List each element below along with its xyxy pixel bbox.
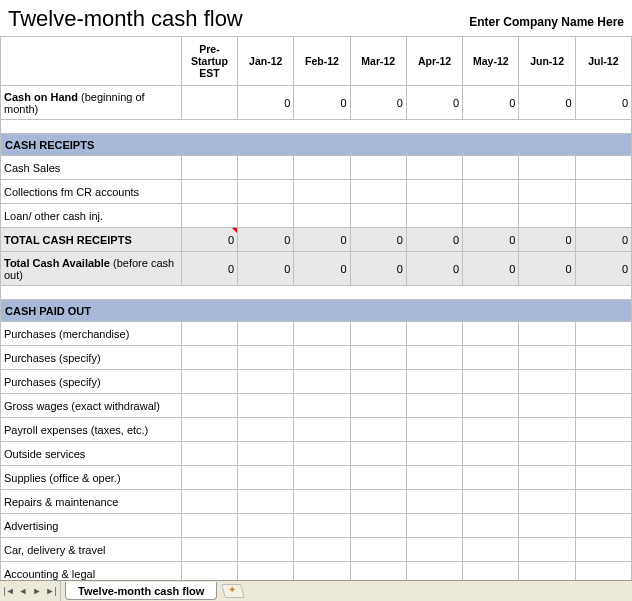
paidout-label[interactable]: Payroll expenses (taxes, etc.) [1, 418, 182, 442]
paidout-value[interactable] [575, 538, 631, 562]
paidout-value[interactable] [294, 418, 350, 442]
paidout-value[interactable] [519, 442, 575, 466]
total-receipts-value[interactable]: 0 [575, 228, 631, 252]
paidout-value[interactable] [406, 418, 462, 442]
paidout-value[interactable] [350, 346, 406, 370]
paidout-value[interactable] [350, 538, 406, 562]
paidout-label[interactable]: Purchases (specify) [1, 346, 182, 370]
receipt-value[interactable] [463, 156, 519, 180]
paidout-value[interactable] [463, 514, 519, 538]
receipt-value[interactable] [181, 180, 237, 204]
paidout-value[interactable] [406, 514, 462, 538]
receipt-value[interactable] [294, 204, 350, 228]
paidout-value[interactable] [238, 466, 294, 490]
paidout-value[interactable] [575, 346, 631, 370]
cash-on-hand-value[interactable]: 0 [463, 86, 519, 120]
paidout-value[interactable] [519, 562, 575, 581]
total-receipts-value[interactable]: 0 [406, 228, 462, 252]
paidout-value[interactable] [519, 514, 575, 538]
total-available-value[interactable]: 0 [294, 252, 350, 286]
receipt-value[interactable] [575, 180, 631, 204]
paidout-value[interactable] [463, 466, 519, 490]
paidout-value[interactable] [238, 322, 294, 346]
paidout-value[interactable] [238, 394, 294, 418]
receipt-value[interactable] [463, 204, 519, 228]
paidout-value[interactable] [294, 442, 350, 466]
paidout-value[interactable] [575, 442, 631, 466]
paidout-value[interactable] [575, 322, 631, 346]
paidout-value[interactable] [181, 322, 237, 346]
paidout-value[interactable] [238, 370, 294, 394]
paidout-value[interactable] [238, 514, 294, 538]
paidout-value[interactable] [294, 346, 350, 370]
paidout-value[interactable] [519, 346, 575, 370]
paidout-value[interactable] [463, 394, 519, 418]
total-available-value[interactable]: 0 [519, 252, 575, 286]
paidout-value[interactable] [238, 418, 294, 442]
total-available-value[interactable]: 0 [238, 252, 294, 286]
col-header[interactable]: Jul-12 [575, 37, 631, 86]
paidout-label[interactable]: Accounting & legal [1, 562, 182, 581]
paidout-value[interactable] [406, 322, 462, 346]
paidout-value[interactable] [238, 562, 294, 581]
receipt-value[interactable] [181, 156, 237, 180]
total-available-value[interactable]: 0 [406, 252, 462, 286]
paidout-value[interactable] [238, 442, 294, 466]
col-header[interactable]: Mar-12 [350, 37, 406, 86]
cash-on-hand-value[interactable]: 0 [238, 86, 294, 120]
total-available-label[interactable]: Total Cash Available (before cash out) [1, 252, 182, 286]
paidout-value[interactable] [350, 490, 406, 514]
paidout-value[interactable] [350, 466, 406, 490]
receipt-value[interactable] [350, 156, 406, 180]
paidout-value[interactable] [463, 562, 519, 581]
paidout-value[interactable] [463, 418, 519, 442]
receipt-value[interactable] [238, 204, 294, 228]
paidout-value[interactable] [406, 442, 462, 466]
total-available-value[interactable]: 0 [181, 252, 237, 286]
paidout-value[interactable] [575, 562, 631, 581]
paidout-value[interactable] [406, 562, 462, 581]
total-receipts-label[interactable]: TOTAL CASH RECEIPTS [1, 228, 182, 252]
total-receipts-value[interactable]: 0 [463, 228, 519, 252]
paidout-label[interactable]: Repairs & maintenance [1, 490, 182, 514]
paidout-value[interactable] [181, 562, 237, 581]
receipt-value[interactable] [181, 204, 237, 228]
col-header[interactable]: Feb-12 [294, 37, 350, 86]
paidout-value[interactable] [406, 346, 462, 370]
paidout-value[interactable] [350, 394, 406, 418]
total-receipts-value[interactable]: 0 [238, 228, 294, 252]
paidout-value[interactable] [406, 370, 462, 394]
receipt-value[interactable] [294, 180, 350, 204]
paidout-value[interactable] [238, 538, 294, 562]
paidout-value[interactable] [463, 442, 519, 466]
paidout-value[interactable] [519, 370, 575, 394]
paidout-value[interactable] [519, 418, 575, 442]
paidout-value[interactable] [294, 394, 350, 418]
receipt-value[interactable] [463, 180, 519, 204]
paidout-value[interactable] [350, 322, 406, 346]
paidout-value[interactable] [406, 538, 462, 562]
paidout-value[interactable] [519, 322, 575, 346]
receipt-value[interactable] [350, 204, 406, 228]
paidout-label[interactable]: Gross wages (exact withdrawal) [1, 394, 182, 418]
receipt-value[interactable] [406, 204, 462, 228]
paidout-label[interactable]: Outside services [1, 442, 182, 466]
col-header[interactable] [1, 37, 182, 86]
new-sheet-button[interactable]: ✦ [221, 584, 245, 598]
paidout-value[interactable] [575, 370, 631, 394]
paidout-value[interactable] [350, 562, 406, 581]
paidout-value[interactable] [181, 490, 237, 514]
cash-on-hand-value[interactable]: 0 [406, 86, 462, 120]
paidout-value[interactable] [575, 394, 631, 418]
receipt-value[interactable] [406, 180, 462, 204]
total-receipts-value[interactable]: 0 [181, 228, 237, 252]
cash-paid-out-header-label[interactable]: CASH PAID OUT [1, 300, 632, 322]
receipt-value[interactable] [575, 156, 631, 180]
paidout-value[interactable] [406, 466, 462, 490]
paidout-value[interactable] [406, 490, 462, 514]
receipt-value[interactable] [519, 156, 575, 180]
receipt-value[interactable] [519, 180, 575, 204]
paidout-value[interactable] [294, 466, 350, 490]
cash-receipts-header-label[interactable]: CASH RECEIPTS [1, 134, 632, 156]
paidout-value[interactable] [181, 370, 237, 394]
